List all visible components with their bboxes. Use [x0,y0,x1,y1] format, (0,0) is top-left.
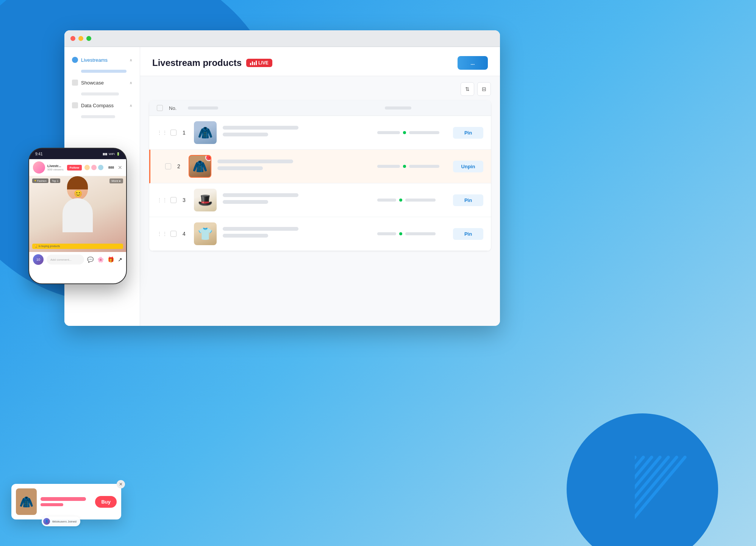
table-row: ⋮⋮ 1 🧥 [149,116,491,150]
row-1-status-dot [403,131,406,134]
header-check-col [157,105,169,111]
row-2-checkbox[interactable] [165,163,171,169]
maximize-btn[interactable] [86,36,91,41]
row-3-product-info [223,193,377,207]
row-4-status-area [377,232,453,235]
browser-titlebar [64,30,500,47]
sort-icon: ⇅ [465,86,470,92]
sidebar-item-data-compass[interactable]: Data Compass ∧ [64,99,140,112]
sidebar-item-label: Showcase [81,80,104,86]
popup-close-button[interactable]: ✕ [117,480,125,488]
browser-window: Livestreams ∧ Showcase ∧ Data Compass ∧ [64,30,500,326]
row-4-checkbox[interactable] [170,231,177,237]
phone-top-bar: Livestr... 999 viewers Follow 888 ✕ [29,159,126,176]
page-title-row: Livestream products LIVE [152,58,272,68]
follow-button[interactable]: Follow [67,165,82,171]
gift-icon[interactable]: 🎁 [108,257,114,263]
header-action-button[interactable]: ... [458,56,488,70]
product-col-placeholder [188,106,218,110]
sidebar-sub-item-2[interactable] [81,115,115,118]
minimize-btn[interactable] [78,36,83,41]
row-4-pin-button[interactable]: Pin [453,228,483,240]
row-2-number: 2 [177,163,189,169]
sort-button[interactable]: ⇅ [461,82,474,96]
share-icon[interactable]: ↗ [118,257,122,263]
phone-statusbar: 9:41 ▮▮▮ WiFi 🔋 [29,149,126,159]
row-3-pin-button[interactable]: Pin [453,194,483,206]
row-4-name-bar [223,227,298,231]
phone-close-icon[interactable]: ✕ [118,164,122,171]
filter-button[interactable]: ⊟ [477,82,491,96]
star-icon: ★ [34,179,36,182]
browser-content: Livestreams ∧ Showcase ∧ Data Compass ∧ [64,47,500,326]
coat-icon: 🧥 [19,495,33,508]
phone-video-area: 😊 ★ Fashion Top 1 More ▸ 🏆 is buying pro… [29,176,126,252]
popup-buy-button[interactable]: Buy [95,496,117,508]
phone-time: 9:41 [35,152,42,156]
more-button[interactable]: More ▸ [109,178,123,183]
chevron-down-icon: ∧ [130,103,132,108]
popup-name-bar [41,497,86,501]
drag-handle[interactable]: ⋮⋮ [157,197,167,203]
fashion-tag: ★ Fashion [32,178,48,183]
table-row: 2 🧥 📌 [149,150,491,183]
battery-icon: 🔋 [116,152,120,156]
decorative-stripes [635,455,711,531]
status-col-placeholder [385,106,411,110]
row-1-product-image: 🧥 [194,121,217,144]
bar-3 [254,62,255,65]
row-4-sub-bar [223,234,268,238]
row-3-checkbox[interactable] [170,197,177,203]
row-2-status-dot [403,165,406,168]
no-label: No. [169,105,177,111]
flower-icon[interactable]: 🌸 [97,257,104,263]
phone-screen: Livestr... 999 viewers Follow 888 ✕ [29,159,126,283]
row-3-product-image: 🎩 [194,189,217,211]
sidebar-item-showcase[interactable]: Showcase ∧ [64,76,140,89]
row-4-product-info [223,227,377,241]
sidebar-sub-item-active[interactable] [81,70,127,73]
popup-product-info [41,497,91,506]
jacket-blue-icon: 🧥 [194,121,217,144]
phone-mockup: 9:41 ▮▮▮ WiFi 🔋 Livestr... 999 viewers F… [28,148,127,284]
pin-badge: 📌 [205,155,211,161]
streamer-username: Livestr... [47,164,65,168]
chat-icon[interactable]: 💬 [87,257,94,263]
row-2-unpin-button[interactable]: Unpin [453,161,483,172]
row-1-checkbox[interactable] [170,130,177,136]
live-badge: LIVE [246,59,272,67]
row-4-status-dot [399,232,402,235]
select-all-checkbox[interactable] [157,105,163,111]
buying-text: 🏆 is buying products [32,244,123,249]
gift-count: 888 [108,166,114,169]
sidebar-item-livestreams[interactable]: Livestreams ∧ [64,53,140,67]
close-btn[interactable] [70,36,75,41]
row-2-name-bar [217,160,293,163]
hair [67,176,88,189]
row-4-status-text [405,232,436,235]
drag-handle[interactable]: ⋮⋮ [157,130,167,136]
phone-bottom-icons: 💬 🌸 🎁 ↗ [87,257,122,263]
comment-input[interactable]: Add comment... [47,255,84,264]
header-status [385,106,445,110]
row-4-number: 4 [183,231,194,237]
row-3-status-dot [399,199,402,202]
row-1-pin-button[interactable]: Pin [453,127,483,139]
phone-tags: ★ Fashion Top 1 [32,178,60,183]
sidebar-item-label: Livestreams [81,57,108,63]
drag-handle[interactable]: ⋮⋮ [157,231,167,237]
mini-avatar-2 [91,164,97,171]
top1-tag: Top 1 [50,178,60,183]
buying-notification: 🏆 is buying products [29,244,126,249]
viewer-avatars [84,164,104,171]
page-title: Livestream products [152,58,242,68]
hat-icon: 🎩 [194,189,217,211]
joined-text: tiktokusers Joined [52,520,77,523]
phone-status-icons: ▮▮▮ WiFi 🔋 [103,152,120,156]
bar-4 [256,61,257,65]
sidebar-sub-item-1[interactable] [81,92,119,95]
comment-placeholder: Add comment... [50,258,72,261]
sweater-icon: 👕 [194,222,217,245]
face: 😊 [74,189,82,198]
livestreams-icon [72,57,78,63]
